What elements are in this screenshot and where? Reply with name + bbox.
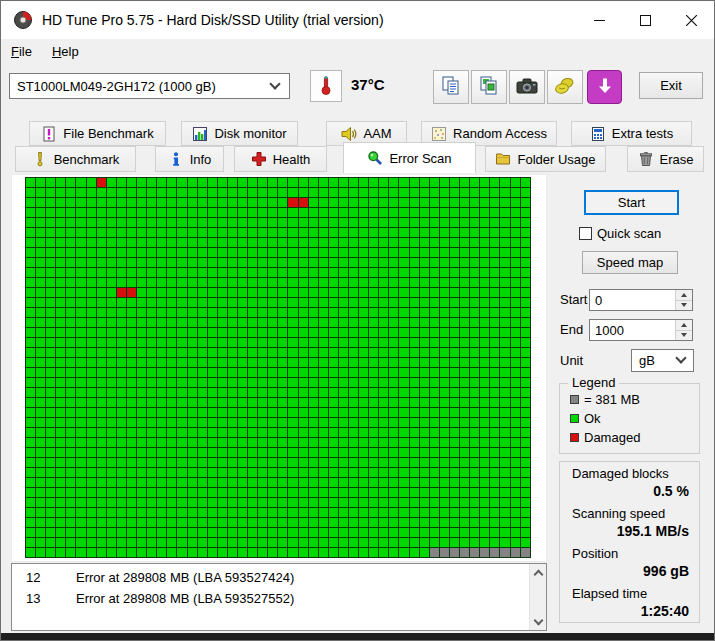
scan-block [500,338,510,348]
scan-block [420,208,430,218]
scan-block [309,198,319,208]
scan-block [309,308,319,318]
scan-block [309,448,319,458]
tab-benchmark[interactable]: Benchmark [15,146,136,172]
scan-block [309,458,319,468]
scan-block [76,298,86,308]
scan-block [430,418,440,428]
copy-text-button[interactable] [433,70,469,104]
menu-help[interactable]: Help [42,41,89,62]
scan-block [258,288,268,298]
update-button[interactable] [587,70,622,104]
error-list-item[interactable]: 13Error at 289808 MB (LBA 593527552) [12,588,546,609]
menu-file[interactable]: File [1,41,42,62]
scan-block [258,308,268,318]
scan-block [258,268,268,278]
spin-down-button[interactable] [676,301,692,311]
tab-info[interactable]: Info [155,146,224,172]
scan-block [480,238,490,248]
scan-block [359,278,369,288]
scan-block [299,268,309,278]
scan-block [87,398,97,408]
scan-block [389,318,399,328]
scan-block [329,268,339,278]
scan-block [218,308,228,318]
scan-block [410,478,420,488]
tab-extra-tests[interactable]: Extra tests [571,121,692,146]
unit-select[interactable]: gB [631,349,694,372]
legend-box: Legend = 381 MB Ok Damaged [559,383,700,454]
scroll-up-button[interactable] [530,564,547,581]
screenshot-button[interactable] [509,70,545,104]
temperature-value: 37°C [351,76,385,93]
scan-block [410,178,420,188]
scan-block [107,388,117,398]
scan-block [147,308,157,318]
tab-folder-usage[interactable]: Folder Usage [485,146,606,172]
scan-block [228,258,238,268]
error-list[interactable]: 12Error at 289808 MB (LBA 593527424)13Er… [11,563,547,631]
scan-block [430,278,440,288]
error-list-item[interactable]: 12Error at 289808 MB (LBA 593527424) [12,567,546,588]
scan-block [410,198,420,208]
maximize-button[interactable] [622,1,668,39]
scan-block [430,298,440,308]
scan-block [490,418,500,428]
scan-block [87,388,97,398]
triangle-down-icon [681,303,687,307]
close-button[interactable] [668,1,714,39]
speed-map-button[interactable]: Speed map [582,251,678,274]
scan-block [248,418,258,428]
spin-up-button[interactable] [676,290,692,301]
scan-block [288,348,298,358]
scan-block [450,208,460,218]
spin-down-button[interactable] [676,331,692,341]
scan-block [107,268,117,278]
scan-block [288,388,298,398]
start-position-input[interactable]: 0 [589,289,693,311]
scan-block [339,378,349,388]
scan-block [470,368,480,378]
scan-block [218,478,228,488]
end-position-input[interactable]: 1000 [589,319,693,341]
minimize-button[interactable] [576,1,622,39]
scan-block [480,298,490,308]
scan-block [490,388,500,398]
scan-block [349,438,359,448]
scan-block [359,358,369,368]
scan-block [46,278,56,288]
extra-tests-icon [590,126,606,142]
buy-button[interactable] [547,70,583,104]
window-title: HD Tune Pro 5.75 - Hard Disk/SSD Utility… [42,12,384,28]
scan-block [440,478,450,488]
scan-block [248,328,258,338]
tab-disk-monitor[interactable]: Disk monitor [181,121,298,146]
drive-select[interactable]: ST1000LM049-2GH172 (1000 gB) [9,73,290,99]
scan-block [228,338,238,348]
scan-block [76,338,86,348]
spin-up-button[interactable] [676,320,692,331]
scan-block [228,528,238,538]
start-scan-button[interactable]: Start [584,190,679,215]
tab-health[interactable]: Health [234,146,327,172]
scan-block [66,538,76,548]
scan-block [97,208,107,218]
exit-button[interactable]: Exit [639,72,703,99]
tab-error-scan[interactable]: Error Scan [343,142,476,173]
copy-image-button[interactable] [471,70,507,104]
scrollbar[interactable] [529,564,546,630]
scan-block [521,298,531,308]
scan-block [288,248,298,258]
tab-file-benchmark[interactable]: File Benchmark [29,121,166,146]
camera-icon [515,76,539,99]
scan-block [389,348,399,358]
temperature-button[interactable] [310,70,342,102]
scan-block [238,518,248,528]
scroll-down-button[interactable] [530,613,547,630]
scan-block [299,318,309,328]
scan-block [379,318,389,328]
tab-erase[interactable]: Erase [627,146,704,172]
quick-scan-checkbox[interactable] [579,227,592,240]
scan-block [167,228,177,238]
scan-block [26,328,36,338]
